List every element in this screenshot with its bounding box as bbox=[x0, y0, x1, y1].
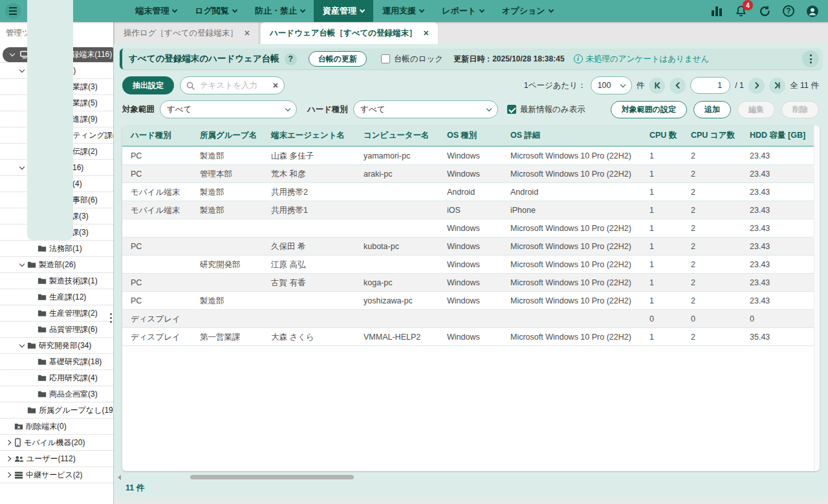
nav-item-5[interactable]: 運用支援 bbox=[373, 0, 433, 22]
tab-close-icon[interactable]: × bbox=[424, 28, 429, 38]
last-page-button[interactable] bbox=[769, 78, 785, 94]
tree-item[interactable]: 法務部(1) bbox=[0, 241, 113, 257]
survey-notice-link[interactable]: i 未処理のアンケートはありません bbox=[574, 54, 710, 65]
horizontal-scrollbar-thumb[interactable] bbox=[190, 475, 354, 479]
nav-item-7[interactable]: オプション bbox=[493, 0, 562, 22]
ledger-lock-label: 台帳のロック bbox=[394, 54, 443, 65]
table-row[interactable]: ディスプレイ第一営業課大森 さくらVMMAL-HELP2WindowsMicro… bbox=[122, 328, 820, 346]
hamburger-menu-icon[interactable] bbox=[5, 3, 21, 19]
table-column-header[interactable]: 端末エージェント名 bbox=[263, 126, 355, 146]
tree-item[interactable]: 製造技術課(1) bbox=[0, 273, 113, 289]
tree-item[interactable]: 商品企画室(3) bbox=[0, 386, 113, 402]
table-row[interactable]: PC製造部yoshizawa-pcWindowsMicrosoft Window… bbox=[122, 292, 820, 310]
table-column-header[interactable]: 所属グループ名 bbox=[191, 126, 263, 146]
tree-item[interactable]: 中継サービス(2) bbox=[0, 467, 113, 483]
tree-item[interactable]: 削除端末(0) bbox=[0, 419, 113, 435]
per-page-select[interactable]: 100 bbox=[591, 76, 632, 94]
ledger-update-button[interactable]: 台帳の更新 bbox=[309, 51, 367, 67]
table-cell: 23.43 bbox=[741, 165, 820, 183]
account-icon[interactable] bbox=[806, 5, 819, 17]
folder-icon bbox=[38, 309, 47, 317]
help-question-icon[interactable]: ? bbox=[285, 53, 297, 65]
table-row[interactable]: モバイル端末製造部共用携帯2AndroidAndroid1223.43 bbox=[122, 183, 820, 201]
chevron-down-icon[interactable] bbox=[10, 50, 15, 56]
next-page-button[interactable] bbox=[748, 78, 765, 94]
tab-close-icon[interactable]: × bbox=[245, 28, 250, 38]
table-row[interactable]: PC管理本部荒木 和彦araki-pcWindowsMicrosoft Wind… bbox=[122, 165, 820, 183]
chevron-down-icon[interactable] bbox=[19, 164, 25, 169]
table-cell: Microsoft Windows 10 Pro (22H2) bbox=[502, 292, 641, 310]
table-cell: 23.43 bbox=[741, 147, 820, 165]
table-cell bbox=[355, 310, 439, 328]
nav-item-2[interactable]: ログ閲覧 bbox=[186, 0, 246, 22]
search-box[interactable]: × bbox=[180, 76, 285, 94]
ledger-lock-checkbox[interactable] bbox=[381, 54, 390, 63]
help-icon[interactable]: ? bbox=[782, 5, 795, 17]
scope-select[interactable]: すべて bbox=[160, 100, 297, 118]
table-cell bbox=[122, 256, 191, 274]
search-clear-icon[interactable]: × bbox=[273, 80, 278, 91]
nav-item-1[interactable]: 端末管理 bbox=[126, 0, 186, 22]
table-row[interactable]: ディスプレイ000 bbox=[122, 310, 820, 328]
tree-item-label: モバイル機器(20) bbox=[24, 437, 85, 448]
table-row[interactable]: PC久保田 希kubota-pcWindowsMicrosoft Windows… bbox=[122, 237, 820, 256]
tab-1[interactable]: 操作ログ［すべての登録端末］× bbox=[114, 22, 259, 44]
chevron-right-icon[interactable] bbox=[6, 472, 11, 477]
scroll-left-arrow-icon[interactable] bbox=[118, 475, 121, 480]
vertical-scrollbar[interactable] bbox=[814, 126, 820, 471]
tree-item[interactable]: 基礎研究課(18) bbox=[0, 354, 113, 370]
refresh-icon[interactable] bbox=[758, 5, 771, 17]
table-column-header[interactable]: コンピューター名 bbox=[355, 126, 439, 146]
chevron-right-icon[interactable] bbox=[6, 456, 11, 461]
sidebar-splitter-handle[interactable] bbox=[109, 308, 113, 327]
table-column-header[interactable]: OS 詳細 bbox=[502, 126, 641, 146]
tree-item[interactable]: 生産管理課(2) bbox=[0, 305, 113, 322]
table-row[interactable]: 研究開発部江原 高弘WindowsMicrosoft Windows 10 Pr… bbox=[122, 256, 820, 274]
tree-item[interactable]: 所属グループなし(19) bbox=[0, 402, 113, 419]
extract-settings-button[interactable]: 抽出設定 bbox=[122, 76, 174, 94]
table-header-row: ハード種別所属グループ名端末エージェント名コンピューター名OS 種別OS 詳細C… bbox=[122, 126, 820, 147]
table-column-header[interactable]: CPU 数 bbox=[641, 126, 682, 146]
table-cell: iOS bbox=[439, 201, 502, 219]
tree-item[interactable]: 製造部(26) bbox=[0, 257, 113, 273]
table-row[interactable]: モバイル端末製造部共用携帯1iOSiPhone1223.43 bbox=[122, 201, 820, 219]
server-icon bbox=[14, 471, 23, 479]
tree-item-label: 生産課(12) bbox=[49, 292, 86, 303]
tree-item[interactable]: 品質管理課(6) bbox=[0, 322, 113, 338]
nav-item-6[interactable]: レポート bbox=[433, 0, 493, 22]
search-input[interactable] bbox=[199, 80, 269, 91]
tree-item[interactable]: ユーザー(112) bbox=[0, 451, 113, 467]
tree-item[interactable]: モバイル機器(20) bbox=[0, 435, 113, 451]
scope-setting-button[interactable]: 対象範囲の設定 bbox=[611, 101, 687, 118]
chevron-down-icon[interactable] bbox=[19, 67, 25, 72]
table-column-header[interactable]: HDD 容量 [GB] bbox=[741, 126, 820, 146]
table-column-header[interactable]: CPU コア数 bbox=[682, 126, 741, 146]
nav-item-3[interactable]: 防止・禁止 bbox=[246, 0, 314, 22]
table-row[interactable]: WindowsMicrosoft Windows 10 Pro (22H2)12… bbox=[122, 219, 820, 237]
notifications-bell-icon[interactable]: 4 bbox=[734, 5, 747, 17]
table-column-header[interactable]: OS 種別 bbox=[439, 126, 502, 146]
table-column-header[interactable]: ハード種別 bbox=[122, 126, 191, 146]
chevron-down-icon bbox=[548, 7, 553, 12]
hw-type-select[interactable]: すべて bbox=[353, 100, 498, 118]
tree-item[interactable]: 応用研究課(4) bbox=[0, 370, 113, 386]
tree-item[interactable]: 研究開発部(34) bbox=[0, 338, 113, 354]
first-page-button[interactable] bbox=[649, 78, 665, 94]
tree-item[interactable]: 生産課(12) bbox=[0, 289, 113, 305]
tab-2[interactable]: ハードウェア台帳［すべての登録端末］× bbox=[261, 22, 438, 44]
table-body: PC製造部山森 多佳子yamamori-pcWindowsMicrosoft W… bbox=[122, 147, 820, 346]
table-cell: 共用携帯2 bbox=[263, 183, 355, 201]
page-number-input[interactable] bbox=[690, 77, 730, 94]
table-row[interactable]: PC製造部山森 多佳子yamamori-pcWindowsMicrosoft W… bbox=[122, 147, 820, 165]
chevron-down-icon[interactable] bbox=[19, 261, 25, 266]
table-cell: 2 bbox=[682, 237, 741, 256]
nav-item-4[interactable]: 資産管理 bbox=[314, 0, 373, 22]
table-row[interactable]: PC古賀 有香koga-pcWindowsMicrosoft Windows 1… bbox=[122, 274, 820, 292]
chevron-right-icon[interactable] bbox=[6, 440, 11, 445]
dashboard-chart-icon[interactable] bbox=[710, 5, 723, 17]
add-button[interactable]: 追加 bbox=[693, 101, 731, 118]
kebab-menu-icon[interactable] bbox=[802, 50, 819, 67]
latest-only-checkbox[interactable] bbox=[507, 105, 516, 114]
prev-page-button[interactable] bbox=[670, 78, 686, 94]
chevron-down-icon[interactable] bbox=[19, 342, 25, 347]
